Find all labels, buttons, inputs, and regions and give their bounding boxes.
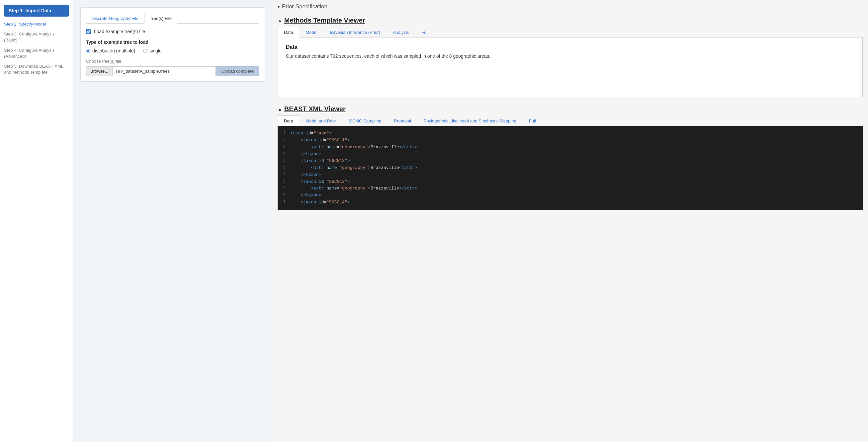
right-panel: ▾ Prior Specification ▲ Methods Template…: [272, 0, 868, 442]
line-num-7: 7: [278, 172, 290, 178]
prior-spec-header[interactable]: ▾ Prior Specification: [278, 3, 863, 10]
line-num-1: 1: [278, 130, 290, 136]
beast-viewer-tabs: Data Model and Prior MCMC Sampling Propo…: [278, 115, 863, 126]
tree-type-radios: distribution (multiple) single: [86, 48, 259, 54]
sidebar: Step 1: Import Data Step 2: Specify Mode…: [0, 0, 73, 442]
beast-tab-phylo[interactable]: Phylogenetic Likelihood and Stochastic M…: [417, 115, 523, 126]
file-upload-row: Browse... Upload complete: [86, 66, 259, 76]
line-num-5: 5: [278, 158, 290, 164]
sidebar-item-step3: Step 3: Configure Analysis (Basic): [4, 31, 69, 43]
methods-viewer-title: Methods Template Viewer: [284, 16, 365, 24]
methods-viewer-content: Data Our dataset contains 792 sequences,…: [278, 37, 863, 97]
radio-single[interactable]: [143, 49, 148, 53]
prior-spec-arrow: ▾: [278, 4, 280, 9]
methods-content-text: Our dataset contains 792 sequences, each…: [286, 54, 855, 59]
line-num-4: 4: [278, 151, 290, 157]
methods-viewer-section: ▲ Methods Template Viewer Data Model Bay…: [278, 16, 863, 97]
line-num-10: 10: [278, 192, 290, 198]
beast-viewer-section: ▲ BEAST XML Viewer Data Model and Prior …: [278, 105, 863, 210]
code-line-4: 4 </taxon>: [278, 151, 863, 158]
code-content-8: <taxon id="96CG13">: [290, 178, 863, 185]
code-line-11: 11 <taxon id="96CG14">: [278, 199, 863, 206]
methods-tab-data[interactable]: Data: [278, 27, 299, 37]
code-line-10: 10 </taxon>: [278, 192, 863, 199]
beast-code-block: 1 <taxa id="taxa"> 2 <taxon id="96CG11">…: [278, 126, 863, 210]
radio-distribution[interactable]: [86, 49, 90, 53]
code-line-8: 8 <taxon id="96CG13">: [278, 178, 863, 185]
tree-type-label: Type of example tree to load: [86, 39, 259, 45]
code-content-6: <attr name="geography">Brazzaville</attr…: [290, 165, 863, 172]
code-line-2: 2 <taxon id="96CG11">: [278, 137, 863, 144]
line-num-9: 9: [278, 185, 290, 192]
step1-button[interactable]: Step 1: Import Data: [4, 5, 69, 16]
beast-tab-full[interactable]: Full: [523, 115, 542, 126]
browse-button[interactable]: Browse...: [86, 66, 112, 76]
beast-viewer-header[interactable]: ▲ BEAST XML Viewer: [278, 105, 863, 113]
beast-tab-proposal[interactable]: Proposal: [388, 115, 417, 126]
code-line-1: 1 <taxa id="taxa">: [278, 130, 863, 137]
prior-spec-title: Prior Specification: [282, 3, 328, 10]
upload-complete-btn: Upload complete: [216, 66, 259, 76]
import-panel: Discrete-Geography File Tree(s) File Loa…: [80, 7, 265, 81]
methods-tab-analysis[interactable]: Analysis: [386, 27, 415, 37]
line-num-8: 8: [278, 178, 290, 185]
file-name-input[interactable]: [112, 66, 216, 76]
radio-distribution-text: distribution (multiple): [92, 48, 135, 54]
tab-discrete-geography[interactable]: Discrete-Geography File: [86, 13, 144, 24]
code-line-3: 3 <attr name="geography">Brazzaville</at…: [278, 144, 863, 151]
beast-viewer-title: BEAST XML Viewer: [284, 105, 346, 113]
radio-distribution-label[interactable]: distribution (multiple): [86, 48, 135, 54]
line-num-6: 6: [278, 165, 290, 171]
sidebar-item-step2[interactable]: Step 2: Specify Model: [4, 21, 69, 27]
code-content-1: <taxa id="taxa">: [290, 130, 863, 137]
beast-tab-model-prior[interactable]: Model and Prior: [299, 115, 342, 126]
methods-viewer-header[interactable]: ▲ Methods Template Viewer: [278, 16, 863, 24]
methods-viewer-tabs: Data Model Bayesian Inference (Prior) An…: [278, 27, 863, 37]
radio-single-label[interactable]: single: [143, 48, 162, 54]
line-num-2: 2: [278, 137, 290, 143]
code-line-5: 5 <taxon id="96CG12">: [278, 158, 863, 165]
methods-tab-model[interactable]: Model: [299, 27, 323, 37]
load-example-row: Load example tree(s) file: [86, 29, 259, 34]
code-line-6: 6 <attr name="geography">Brazzaville</at…: [278, 165, 863, 172]
methods-tab-full[interactable]: Full: [415, 27, 435, 37]
line-num-11: 11: [278, 199, 290, 205]
load-example-label: Load example tree(s) file: [94, 29, 145, 34]
sidebar-item-step5: Step 5: Download BEAST XML and Methods T…: [4, 63, 69, 75]
code-content-7: </taxon>: [290, 172, 863, 178]
code-line-9: 9 <attr name="geography">Brazzaville</at…: [278, 185, 863, 192]
import-tabs: Discrete-Geography File Tree(s) File: [86, 13, 259, 24]
code-content-9: <attr name="geography">Brazzaville</attr…: [290, 185, 863, 192]
line-num-3: 3: [278, 144, 290, 150]
code-content-2: <taxon id="96CG11">: [290, 137, 863, 144]
methods-tab-bayesian[interactable]: Bayesian Inference (Prior): [324, 27, 386, 37]
sidebar-item-step4: Step 4: Configure Analysis (Advanced): [4, 47, 69, 59]
beast-tab-mcmc[interactable]: MCMC Sampling: [342, 115, 388, 126]
tab-trees-file[interactable]: Tree(s) File: [144, 13, 177, 24]
code-content-4: </taxon>: [290, 151, 863, 158]
import-panel-area: Discrete-Geography File Tree(s) File Loa…: [73, 0, 272, 442]
methods-content-title: Data: [286, 44, 855, 50]
code-content-11: <taxon id="96CG14">: [290, 199, 863, 206]
beast-tab-data[interactable]: Data: [278, 115, 299, 126]
choose-file-label: Choose tree(s) file: [86, 59, 259, 64]
code-content-5: <taxon id="96CG12">: [290, 158, 863, 165]
code-content-10: </taxon>: [290, 192, 863, 199]
beast-viewer-arrow: ▲: [278, 106, 282, 112]
code-content-3: <attr name="geography">Brazzaville</attr…: [290, 144, 863, 151]
load-example-checkbox[interactable]: [86, 29, 91, 34]
radio-single-text: single: [149, 48, 162, 54]
methods-viewer-arrow: ▲: [278, 18, 282, 23]
code-line-7: 7 </taxon>: [278, 172, 863, 178]
